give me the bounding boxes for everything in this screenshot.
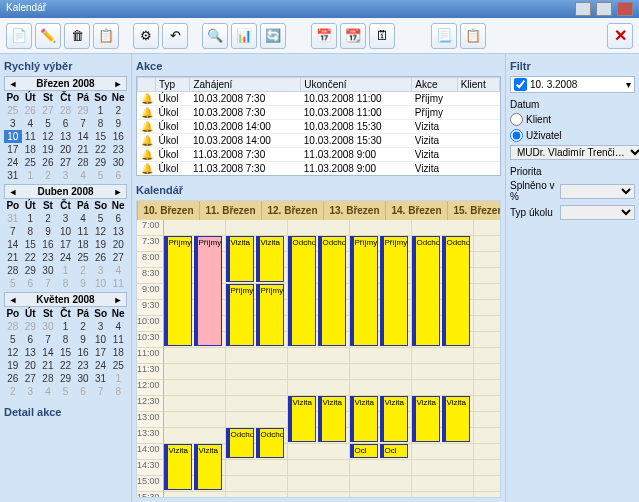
day-cell[interactable]: 28 <box>4 264 22 277</box>
day-cell[interactable]: 18 <box>22 143 40 156</box>
calendar-event[interactable]: Příjmy <box>226 284 254 346</box>
search-button[interactable]: 🔍 <box>202 23 228 49</box>
day-cell[interactable]: 20 <box>57 143 75 156</box>
next-month[interactable]: ► <box>112 187 124 197</box>
day-cell[interactable]: 6 <box>109 212 127 225</box>
day-cell[interactable]: 21 <box>74 143 92 156</box>
cal-day-header[interactable]: 13. Březen <box>324 201 386 220</box>
day-cell[interactable]: 3 <box>92 264 110 277</box>
day-cell[interactable]: 8 <box>57 333 75 346</box>
calendar-event[interactable]: Vizita <box>164 444 192 490</box>
calendar-event[interactable]: Ocl <box>380 444 408 458</box>
day-cell[interactable]: 25 <box>109 359 127 372</box>
filter-splneno-select[interactable] <box>560 184 635 199</box>
akce-col[interactable]: Akce <box>412 78 457 92</box>
day-cell[interactable]: 31 <box>4 169 22 182</box>
day-cell[interactable]: 7 <box>92 385 110 398</box>
day-cell[interactable]: 21 <box>4 251 22 264</box>
day-column[interactable]: OdchoOdchoVizitaVizita <box>412 220 474 498</box>
calendar-event[interactable]: Vizita <box>318 396 346 442</box>
akce-table[interactable]: TypZahájeníUkončeníAkceKlient🔔Úkol10.03.… <box>136 76 501 176</box>
day-cell[interactable]: 5 <box>4 333 22 346</box>
day-cell[interactable]: 30 <box>39 264 57 277</box>
day-cell[interactable]: 6 <box>22 333 40 346</box>
day-cell[interactable]: 26 <box>4 372 22 385</box>
day-cell[interactable]: 13 <box>57 130 75 143</box>
day-cell[interactable]: 23 <box>109 143 127 156</box>
day-cell[interactable]: 14 <box>39 346 57 359</box>
day-cell[interactable]: 29 <box>22 320 40 333</box>
day-cell[interactable]: 11 <box>74 225 92 238</box>
day-cell[interactable]: 15 <box>92 130 110 143</box>
day-column[interactable]: PříjmyPříjmyVizitaVizita <box>164 220 226 498</box>
calendar-event[interactable]: Příjmy <box>194 236 222 346</box>
akce-col[interactable]: Typ <box>156 78 190 92</box>
day-cell[interactable]: 16 <box>74 346 92 359</box>
day-cell[interactable]: 20 <box>109 238 127 251</box>
calendar-event[interactable]: Vizita <box>350 396 378 442</box>
calendar-event[interactable]: Odcho <box>412 236 440 346</box>
day-cell[interactable]: 17 <box>92 346 110 359</box>
day-cell[interactable]: 1 <box>57 264 75 277</box>
akce-row[interactable]: 🔔Úkol10.03.2008 7:3010.03.2008 11:00Příj… <box>138 106 500 120</box>
day-cell[interactable]: 27 <box>57 156 75 169</box>
day-cell[interactable]: 1 <box>109 372 127 385</box>
calendar-event[interactable]: Odcho <box>256 428 284 458</box>
day-cell[interactable]: 10 <box>92 277 110 290</box>
day-cell[interactable]: 24 <box>92 359 110 372</box>
calendar-event[interactable]: Vizita <box>256 236 284 282</box>
day-cell[interactable]: 3 <box>92 320 110 333</box>
day-cell[interactable]: 9 <box>74 277 92 290</box>
day-cell[interactable]: 23 <box>39 251 57 264</box>
day-cell[interactable]: 2 <box>39 212 57 225</box>
export-button[interactable]: 📃 <box>431 23 457 49</box>
day-cell[interactable]: 26 <box>22 104 40 117</box>
day-cell[interactable]: 16 <box>109 130 127 143</box>
day-cell[interactable]: 13 <box>22 346 40 359</box>
akce-col[interactable] <box>138 78 156 92</box>
day-cell[interactable]: 15 <box>22 238 40 251</box>
day-cell[interactable]: 10 <box>4 130 22 143</box>
day-cell[interactable]: 4 <box>109 320 127 333</box>
filter-uzivatel-select[interactable]: MUDr. Vladimír Trenči… <box>510 145 639 160</box>
calendar-event[interactable]: Odcho <box>226 428 254 458</box>
day-cell[interactable]: 3 <box>22 385 40 398</box>
day-cell[interactable]: 17 <box>57 238 75 251</box>
day-cell[interactable]: 10 <box>92 333 110 346</box>
day-cell[interactable]: 30 <box>74 372 92 385</box>
day-cell[interactable]: 17 <box>4 143 22 156</box>
next-month[interactable]: ► <box>112 295 124 305</box>
day-cell[interactable]: 11 <box>109 277 127 290</box>
day-cell[interactable]: 7 <box>39 333 57 346</box>
print-button[interactable]: 📋 <box>460 23 486 49</box>
filter-klient-radio[interactable] <box>510 113 523 126</box>
day-cell[interactable]: 12 <box>4 346 22 359</box>
day-cell[interactable]: 6 <box>57 117 75 130</box>
day-cell[interactable]: 19 <box>92 238 110 251</box>
copy-button[interactable]: 📋 <box>93 23 119 49</box>
calendar-event[interactable]: Příjmy <box>380 236 408 346</box>
view-day-button[interactable]: 📅 <box>311 23 337 49</box>
day-cell[interactable]: 9 <box>109 117 127 130</box>
day-cell[interactable]: 22 <box>22 251 40 264</box>
day-cell[interactable]: 28 <box>4 320 22 333</box>
cal-day-header[interactable]: 11. Březen <box>200 201 262 220</box>
day-cell[interactable]: 31 <box>4 212 22 225</box>
akce-col[interactable]: Zahájení <box>190 78 301 92</box>
view-week-button[interactable]: 📆 <box>340 23 366 49</box>
day-cell[interactable]: 7 <box>39 277 57 290</box>
delete-button[interactable]: 🗑 <box>64 23 90 49</box>
day-cell[interactable]: 8 <box>22 225 40 238</box>
day-cell[interactable]: 23 <box>74 359 92 372</box>
filter-date[interactable]: 10. 3.2008 ▾ <box>510 76 635 93</box>
calendar-event[interactable]: Vizita <box>412 396 440 442</box>
day-cell[interactable]: 2 <box>4 385 22 398</box>
minimize-button[interactable] <box>575 2 591 16</box>
day-cell[interactable]: 4 <box>74 212 92 225</box>
day-cell[interactable]: 24 <box>57 251 75 264</box>
day-cell[interactable]: 16 <box>39 238 57 251</box>
day-cell[interactable]: 3 <box>57 169 75 182</box>
day-column[interactable]: VizitaVizitaPříjmyPříjmyOdchoOdcho <box>226 220 288 498</box>
day-cell[interactable]: 3 <box>57 212 75 225</box>
akce-row[interactable]: 🔔Úkol10.03.2008 14:0010.03.2008 15:30Viz… <box>138 134 500 148</box>
